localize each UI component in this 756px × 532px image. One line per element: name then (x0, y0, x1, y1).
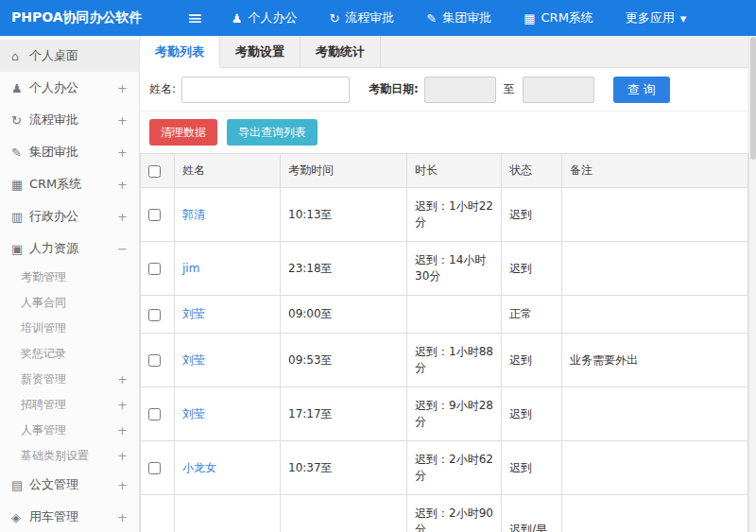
doc-icon: ▤ (11, 478, 29, 492)
expand-icon[interactable]: + (117, 423, 128, 438)
status-cell: 迟到 (502, 334, 562, 387)
employee-name-link[interactable]: 刘莹 (182, 307, 205, 320)
sidebar-item[interactable]: 基础类别设置+ (0, 443, 139, 469)
sidebar-item[interactable]: ▣人力资源− (0, 232, 139, 265)
table-row: 管理员10:54至10:54迟到：2小时90分早退：7小时10分迟到/早退111… (141, 495, 748, 532)
topnav-item[interactable]: ♟个人办公 (232, 9, 298, 26)
sidebar-item[interactable]: ♟个人办公+ (0, 72, 139, 104)
duration-line: 迟到：14小时30分 (415, 252, 493, 284)
topnav-item-label: 更多应用 (626, 9, 675, 26)
sidebar-item[interactable]: 培训管理 (0, 316, 139, 341)
sidebar-item-label: 用车管理 (29, 508, 117, 525)
attendance-table-head: 姓名考勤时间时长状态备注 (141, 154, 748, 188)
time-cell: 10:54至10:54 (281, 495, 407, 532)
row-check-cell (141, 441, 175, 495)
expand-icon[interactable]: + (117, 146, 128, 160)
sidebar: ⌂个人桌面♟个人办公+↻流程审批+✎集团审批+▦CRM系统+▥行政办公+▣人力资… (0, 36, 140, 532)
name-cell: jim (175, 242, 281, 296)
expand-icon[interactable]: + (117, 178, 128, 192)
select-all-cell (141, 154, 175, 188)
sidebar-item[interactable]: ▤公文管理+ (0, 469, 139, 501)
export-list-button[interactable]: 导出查询列表 (227, 119, 318, 146)
expand-icon[interactable]: + (117, 478, 128, 492)
sidebar-item-label: 人力资源 (29, 240, 117, 257)
expand-icon[interactable]: + (117, 398, 128, 412)
topnav-item[interactable]: ▦CRM系统 (524, 9, 593, 26)
duration-line: 迟到：1小时22分 (415, 198, 493, 231)
row-checkbox[interactable] (148, 354, 161, 367)
sidebar-item[interactable]: ⌂个人桌面 (0, 40, 139, 72)
sidebar-item[interactable]: ▥行政办公+ (0, 200, 139, 232)
expand-icon[interactable]: − (117, 242, 128, 256)
time-cell: 09:00至 (281, 296, 407, 334)
tab-考勤设置[interactable]: 考勤设置 (220, 36, 301, 67)
expand-icon[interactable]: + (117, 113, 128, 128)
date-end-input[interactable] (523, 77, 594, 103)
topnav-item[interactable]: 更多应用▾ (626, 9, 687, 26)
employee-name-link[interactable]: 刘莹 (182, 353, 205, 367)
note-cell (562, 242, 748, 296)
sidebar-item[interactable]: ↻流程审批+ (0, 104, 139, 136)
tabbar: 考勤列表考勤设置考勤统计 (140, 36, 748, 68)
duration-line: 迟到：9小时28分 (415, 398, 493, 430)
status-cell: 迟到 (502, 441, 562, 495)
status-cell: 迟到 (502, 188, 562, 242)
topnav-item-label: 集团审批 (442, 9, 491, 26)
admin-icon: ▥ (11, 210, 29, 224)
sidebar-item-label: 考勤管理 (21, 269, 128, 285)
expand-icon[interactable]: + (117, 210, 128, 224)
row-checkbox[interactable] (148, 309, 161, 321)
employee-name-link[interactable]: jim (182, 262, 199, 275)
employee-name-link[interactable]: 郭清 (182, 208, 205, 221)
table-row: jim23:18至迟到：14小时30分迟到 (141, 242, 748, 296)
expand-icon[interactable]: + (117, 81, 128, 95)
row-checkbox[interactable] (148, 209, 161, 221)
time-cell: 10:37至 (281, 441, 407, 495)
app-title: PHPOA协同办公软件 (0, 9, 140, 26)
topnav-item[interactable]: ✎集团审批 (426, 9, 491, 26)
vertical-scrollbar[interactable] (748, 36, 756, 532)
sidebar-item-label: 个人桌面 (29, 47, 128, 64)
note-cell (562, 188, 748, 242)
employee-name-link[interactable]: 刘莹 (182, 407, 205, 420)
time-cell: 09:53至 (281, 334, 407, 387)
name-cell: 小龙女 (175, 441, 281, 495)
topnav-item[interactable]: ↻流程审批 (329, 9, 394, 26)
date-start-input[interactable] (424, 77, 496, 103)
sidebar-item-label: 公文管理 (29, 476, 117, 493)
row-checkbox[interactable] (148, 408, 161, 420)
row-check-cell (141, 188, 175, 242)
row-checkbox[interactable] (148, 263, 161, 275)
column-header: 备注 (562, 154, 748, 188)
select-all-checkbox[interactable] (148, 165, 161, 178)
hamburger-icon[interactable]: ≡ (187, 0, 203, 36)
tab-考勤列表[interactable]: 考勤列表 (140, 36, 220, 68)
row-check-cell (141, 387, 175, 441)
duration-cell: 迟到：1小时88分 (407, 334, 502, 387)
sidebar-item[interactable]: 奖惩记录 (0, 341, 139, 367)
sidebar-item[interactable]: 人事管理+ (0, 418, 139, 443)
row-checkbox[interactable] (148, 462, 161, 474)
sidebar-item[interactable]: 薪资管理+ (0, 367, 139, 392)
sidebar-item[interactable]: 人事合同 (0, 290, 139, 316)
status-cell: 迟到/早退 (502, 495, 562, 532)
expand-icon[interactable]: + (117, 372, 128, 386)
search-button[interactable]: 查 询 (613, 77, 670, 103)
sidebar-item[interactable]: 考勤管理 (0, 265, 139, 290)
sidebar-item[interactable]: ✎集团审批+ (0, 136, 139, 168)
topnav-item-label: CRM系统 (541, 9, 593, 26)
scrollbar-thumb[interactable] (750, 37, 756, 160)
time-cell: 23:18至 (281, 242, 407, 296)
name-filter-input[interactable] (181, 77, 350, 103)
topnav-item-label: 个人办公 (248, 9, 297, 26)
sidebar-item[interactable]: 招聘管理+ (0, 392, 139, 418)
sidebar-item[interactable]: ◈用车管理+ (0, 501, 139, 532)
expand-icon[interactable]: + (117, 510, 128, 524)
clear-data-button[interactable]: 清理数据 (149, 119, 217, 146)
sidebar-item-label: 奖惩记录 (21, 346, 128, 362)
tab-考勤统计[interactable]: 考勤统计 (301, 36, 381, 67)
expand-icon[interactable]: + (117, 449, 128, 463)
employee-name-link[interactable]: 小龙女 (182, 461, 216, 474)
note-cell: 1111 (562, 495, 748, 532)
sidebar-item[interactable]: ▦CRM系统+ (0, 168, 139, 200)
